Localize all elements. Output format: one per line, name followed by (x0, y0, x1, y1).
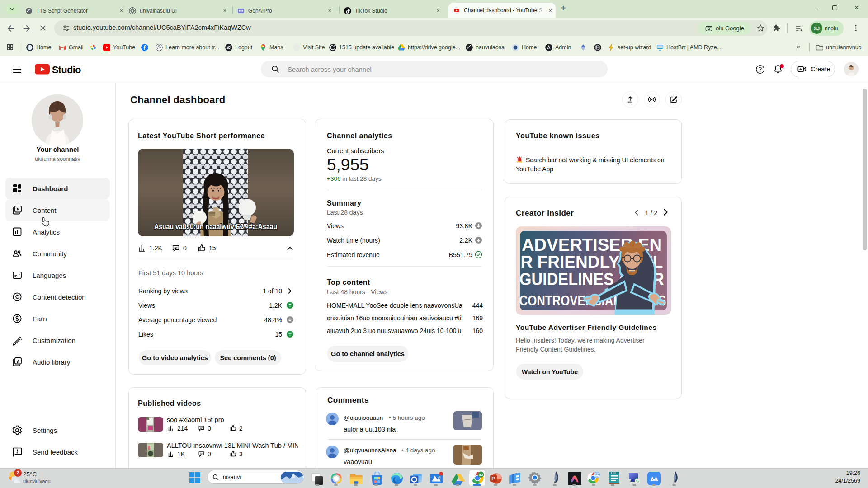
svg-text:Studio: Studio (52, 65, 81, 75)
svg-text:Asuau vausu:un naaalwuv E27 #a: Asuau vausu:un naaalwuv E27 #a:Asaau (154, 222, 277, 230)
svg-text:SJ: SJ (479, 473, 483, 477)
svg-text:P: P (491, 476, 495, 481)
